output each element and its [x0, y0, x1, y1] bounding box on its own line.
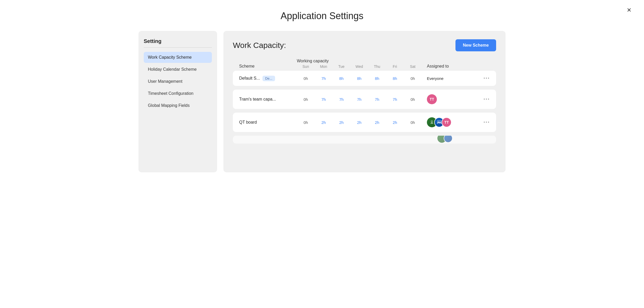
sidebar-item-global-mapping-fields[interactable]: Global Mapping Fields	[144, 100, 212, 111]
day-val-row2-tue: 2h	[332, 120, 350, 125]
day-val-row1-thu: 7h	[368, 97, 386, 102]
day-mon: Mon	[315, 64, 332, 69]
day-wed: Wed	[350, 64, 368, 69]
day-fri: Fri	[386, 64, 404, 69]
day-val-row1-sat: 0h	[404, 97, 422, 102]
day-val-row2-mon: 2h	[315, 120, 332, 125]
avatar-blue-partial	[444, 136, 453, 143]
content-area-title: Work Capacity:	[233, 41, 286, 50]
day-val-row2-sun: 0h	[297, 120, 315, 125]
row-actions-row1: ···	[479, 96, 490, 102]
page-title: Application Settings	[281, 10, 363, 21]
day-val-row2-fri: 2h	[386, 120, 404, 125]
scheme-name-default: Default S... De...	[239, 76, 297, 81]
day-val-row1-sun: 0h	[297, 97, 315, 102]
day-thu: Thu	[368, 64, 386, 69]
day-values-row1: 0h 7h 7h 7h 7h 7h 0h	[297, 97, 427, 102]
main-layout: Setting Work Capacity Scheme Holiday Cal…	[138, 31, 506, 172]
close-button[interactable]: ✕	[627, 7, 631, 13]
day-val-row1-tue: 7h	[332, 97, 350, 102]
scheme-name-tram: Tram's team capa...	[239, 97, 297, 102]
assigned-text-row0: Everyone	[427, 76, 443, 81]
day-values-row2: 0h 2h 2h 2h 2h 2h 0h	[297, 120, 427, 125]
scheme-name-qt: QT board	[239, 120, 297, 125]
day-val-row2-thu: 2h	[368, 120, 386, 125]
day-tue: Tue	[332, 64, 350, 69]
scheme-name-text: Tram's team capa...	[239, 97, 276, 102]
day-val-row1-wed: 7h	[350, 97, 368, 102]
table-header: Scheme Working capacity Sun Mon Tue Wed …	[233, 59, 496, 69]
avatar-tt-row2: TT	[442, 117, 452, 127]
day-val-row0-sat: 0h	[404, 76, 422, 81]
assigned-cell-row0: Everyone	[427, 76, 479, 81]
day-val-row0-tue: 8h	[332, 76, 350, 81]
assigned-cell-row1: TT	[427, 94, 479, 104]
scheme-badge-default: De...	[262, 76, 275, 81]
table-row-partial	[233, 136, 496, 144]
day-val-row1-mon: 7h	[315, 97, 332, 102]
working-capacity-label: Working capacity	[297, 59, 427, 63]
table-row: QT board 0h 2h 2h 2h 2h 2h 0h	[233, 113, 496, 132]
day-val-row2-sat: 0h	[404, 120, 422, 125]
assigned-partial	[437, 136, 490, 143]
content-area: Work Capacity: New Scheme Scheme Working…	[223, 31, 506, 172]
svg-point-0	[431, 120, 433, 123]
assigned-cell-row2: TT	[427, 117, 479, 127]
day-sun: Sun	[297, 64, 315, 69]
scheme-name-text: Default S...	[239, 76, 260, 81]
sidebar: Setting Work Capacity Scheme Holiday Cal…	[138, 31, 217, 172]
row-actions-row2: ···	[479, 119, 490, 125]
avatar-group-row2: TT	[427, 117, 452, 127]
more-button-row2[interactable]: ···	[484, 119, 490, 125]
sidebar-item-work-capacity-scheme[interactable]: Work Capacity Scheme	[144, 52, 212, 63]
sidebar-item-holiday-calendar-scheme[interactable]: Holiday Calendar Scheme	[144, 64, 212, 75]
day-val-row0-mon: 7h	[315, 76, 332, 81]
day-val-row0-thu: 8h	[368, 76, 386, 81]
more-button-row0[interactable]: ···	[484, 75, 490, 81]
day-val-row2-wed: 2h	[350, 120, 368, 125]
day-val-row0-fri: 8h	[386, 76, 404, 81]
sidebar-item-user-management[interactable]: User Management	[144, 76, 212, 87]
col-working-capacity-header: Working capacity Sun Mon Tue Wed Thu Fri…	[297, 59, 427, 69]
avatar-group-row1: TT	[427, 94, 437, 104]
day-sat: Sat	[404, 64, 422, 69]
day-val-row0-wed: 8h	[350, 76, 368, 81]
day-val-row0-sun: 0h	[297, 76, 315, 81]
avatar-tt-row1: TT	[427, 94, 437, 104]
col-days-header: Sun Mon Tue Wed Thu Fri Sat	[297, 64, 427, 69]
content-header: Work Capacity: New Scheme	[233, 39, 496, 51]
scheme-name-text: QT board	[239, 120, 257, 125]
table-row: Tram's team capa... 0h 7h 7h 7h 7h 7h 0h…	[233, 90, 496, 109]
new-scheme-button[interactable]: New Scheme	[455, 39, 496, 51]
col-assigned-header: Assigned to	[427, 64, 479, 69]
avatar-group-partial	[437, 136, 453, 143]
day-values-row0: 0h 7h 8h 8h 8h 8h 0h	[297, 76, 427, 81]
sidebar-title: Setting	[144, 38, 212, 48]
row-actions-row0: ···	[479, 75, 490, 81]
table-row: Default S... De... 0h 7h 8h 8h 8h 8h 0h …	[233, 71, 496, 86]
col-scheme-header: Scheme	[239, 64, 297, 69]
day-val-row1-fri: 7h	[386, 97, 404, 102]
more-button-row1[interactable]: ···	[484, 96, 490, 102]
sidebar-item-timesheet-configuration[interactable]: Timesheet Configuration	[144, 88, 212, 99]
